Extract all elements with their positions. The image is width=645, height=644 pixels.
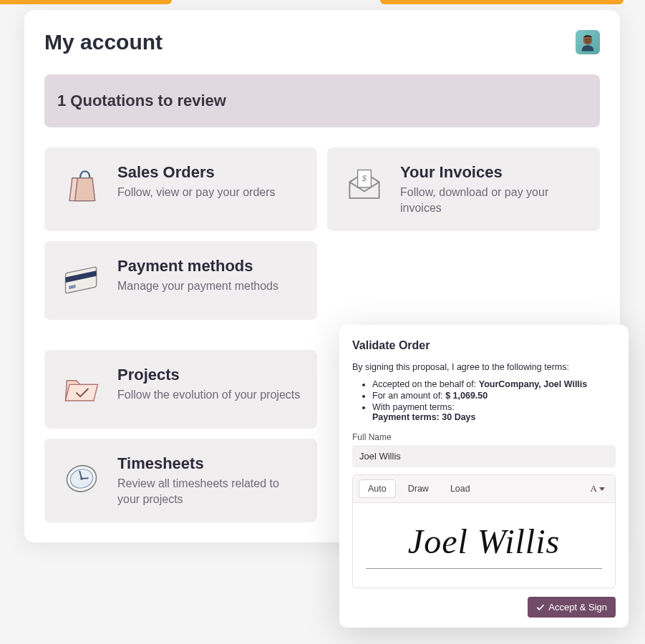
modal-intro: By signing this proposal, I agree to the… xyxy=(352,362,616,372)
folder-check-icon xyxy=(59,366,105,411)
caret-down-icon xyxy=(599,487,605,491)
signature-canvas[interactable]: Joel Willis xyxy=(353,503,615,587)
invoice-icon: $ xyxy=(341,163,387,209)
signature-baseline xyxy=(366,568,602,569)
sig-tab-auto[interactable]: Auto xyxy=(359,479,396,498)
account-header: My account xyxy=(44,30,600,54)
fullname-label: Full Name xyxy=(352,432,616,442)
tile-invoices[interactable]: $ Your Invoices Follow, download or pay … xyxy=(327,147,600,231)
tile-sales-orders[interactable]: Sales Orders Follow, view or pay your or… xyxy=(44,147,317,231)
accent-bar-left xyxy=(0,0,172,4)
tile-projects[interactable]: Projects Follow the evolution of your pr… xyxy=(44,350,317,429)
tile-title: Your Invoices xyxy=(400,163,586,182)
validate-order-modal: Validate Order By signing this proposal,… xyxy=(339,325,629,628)
term-accepted-prefix: Accepted on the behalf of: xyxy=(372,379,479,389)
tile-desc: Manage your payment methods xyxy=(117,278,303,294)
shopping-bag-icon xyxy=(59,163,105,209)
page-title: My account xyxy=(44,30,163,54)
svg-point-2 xyxy=(588,39,590,41)
tile-desc: Follow, view or pay your orders xyxy=(117,185,303,200)
term-amount-value: $ 1,069.50 xyxy=(445,391,488,401)
term-payment-value: Payment terms: 30 Days xyxy=(372,412,476,422)
signature-tabs: Auto Draw Load A xyxy=(353,475,615,503)
accept-sign-button[interactable]: Accept & Sign xyxy=(528,597,616,618)
tile-desc: Follow, download or pay your invoices xyxy=(400,185,586,215)
quotations-banner-text: 1 Quotations to review xyxy=(57,92,587,110)
fullname-input[interactable] xyxy=(352,445,616,467)
tile-title: Timesheets xyxy=(117,454,303,473)
modal-terms-list: Accepted on the behalf of: YourCompany, … xyxy=(352,379,616,422)
accept-sign-label: Accept & Sign xyxy=(548,602,607,613)
accent-bar-right xyxy=(380,0,624,4)
tile-title: Payment methods xyxy=(117,257,303,275)
signature-panel: Auto Draw Load A Joel Willis xyxy=(352,474,616,588)
term-accepted-entity: YourCompany, Joel Willis xyxy=(479,379,588,389)
tile-title: Sales Orders xyxy=(117,163,303,182)
clock-icon xyxy=(59,454,105,500)
quotations-banner[interactable]: 1 Quotations to review xyxy=(44,74,600,127)
term-payment-label: With payment terms: xyxy=(372,402,455,412)
sig-tab-load[interactable]: Load xyxy=(441,479,480,498)
avatar[interactable] xyxy=(576,30,600,54)
tile-title: Projects xyxy=(117,366,303,384)
font-selector[interactable]: A xyxy=(586,480,609,497)
svg-text:$: $ xyxy=(362,174,367,182)
signature-display: Joel Willis xyxy=(408,522,560,561)
tile-payment-methods[interactable]: Payment methods Manage your payment meth… xyxy=(44,241,317,320)
term-accepted: Accepted on the behalf of: YourCompany, … xyxy=(372,379,616,389)
modal-title: Validate Order xyxy=(352,339,616,352)
avatar-face-icon xyxy=(578,32,598,52)
term-payment: With payment terms: Payment terms: 30 Da… xyxy=(372,402,616,422)
term-amount: For an amount of: $ 1,069.50 xyxy=(372,391,616,401)
check-icon xyxy=(536,603,545,612)
tile-timesheets[interactable]: Timesheets Review all timesheets related… xyxy=(44,439,317,522)
modal-footer: Accept & Sign xyxy=(352,597,616,618)
font-selector-label: A xyxy=(591,483,597,494)
sig-tab-draw[interactable]: Draw xyxy=(399,479,438,498)
term-amount-prefix: For an amount of: xyxy=(372,391,445,401)
tile-desc: Review all timesheets related to your pr… xyxy=(117,476,303,507)
svg-point-1 xyxy=(586,39,587,41)
tile-desc: Follow the evolution of your projects xyxy=(117,387,303,403)
credit-card-icon xyxy=(59,257,105,303)
